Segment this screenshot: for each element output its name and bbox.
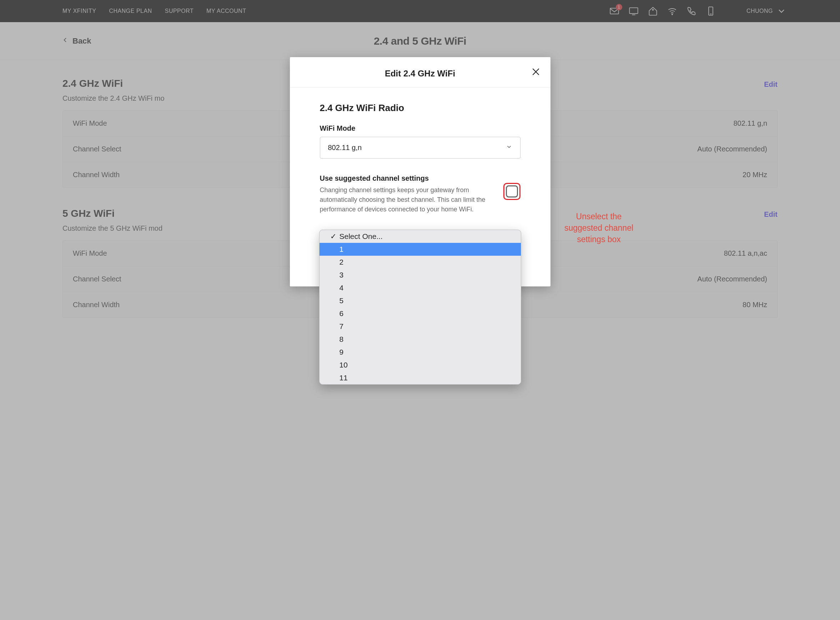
dropdown-option[interactable]: 1 (320, 243, 521, 256)
suggested-desc: Changing channel settings keeps your gat… (320, 185, 493, 214)
dropdown-option[interactable]: 7 (320, 320, 521, 333)
wifi-mode-value: 802.11 g,n (328, 144, 362, 152)
modal-heading: 2.4 GHz WiFi Radio (320, 102, 520, 114)
suggested-channel-block: Use suggested channel settings Changing … (320, 174, 520, 214)
annotation-text: Unselect the suggested channel settings … (564, 211, 635, 245)
modal-header: Edit 2.4 GHz WiFi (290, 57, 550, 87)
dropdown-option[interactable]: 5 (320, 294, 521, 307)
dropdown-option[interactable]: 8 (320, 333, 521, 346)
dropdown-option-placeholder[interactable]: ✓Select One... (320, 230, 521, 243)
suggested-title: Use suggested channel settings (320, 174, 493, 182)
dropdown-option[interactable]: 9 (320, 346, 521, 358)
dropdown-option[interactable]: 4 (320, 281, 521, 294)
wifi-mode-select[interactable]: 802.11 g,n (320, 137, 520, 159)
modal-title: Edit 2.4 GHz WiFi (290, 69, 550, 78)
dropdown-option[interactable]: 10 (320, 358, 521, 372)
chevron-down-icon (506, 144, 512, 152)
suggested-checkbox-highlight (503, 183, 520, 200)
channel-dropdown[interactable]: ✓Select One...1234567891011 (319, 230, 521, 385)
wifi-mode-label: WiFi Mode (320, 124, 520, 132)
close-icon[interactable] (531, 67, 541, 78)
dropdown-option[interactable]: 2 (320, 256, 521, 269)
dropdown-option[interactable]: 6 (320, 307, 521, 320)
dropdown-option[interactable]: 3 (320, 269, 521, 281)
dropdown-option[interactable]: 11 (320, 372, 521, 384)
modal-overlay: Edit 2.4 GHz WiFi 2.4 GHz WiFi Radio WiF… (0, 0, 840, 620)
suggested-checkbox[interactable] (506, 185, 518, 197)
